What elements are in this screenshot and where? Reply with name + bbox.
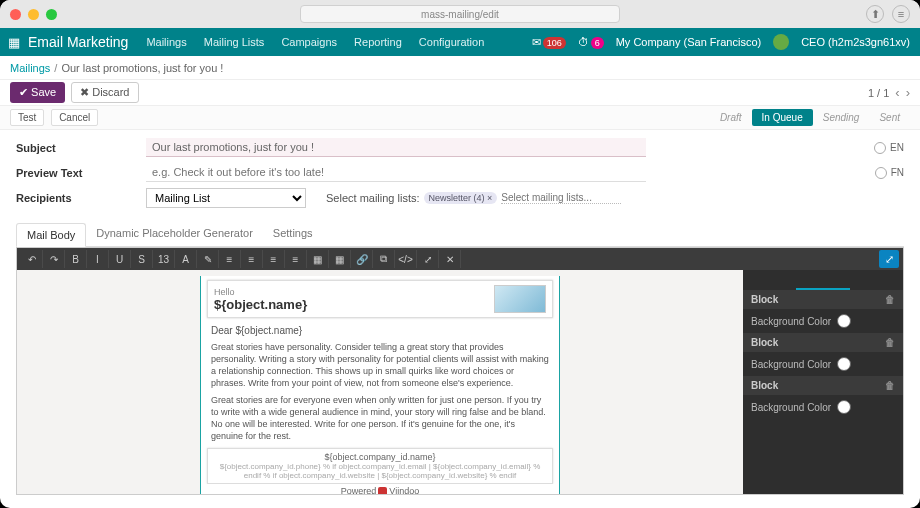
insp-tab-theme[interactable] (850, 270, 903, 290)
status-stages: Draft In Queue Sending Sent (710, 109, 910, 126)
form-sheet: Subject EN Preview Text FN Recipients Ma… (0, 130, 920, 214)
lang-fn[interactable]: FN (891, 167, 904, 178)
menu-campaigns[interactable]: Campaigns (281, 36, 337, 48)
window-zoom-dot[interactable] (46, 9, 57, 20)
tb-forecolor-icon[interactable]: A (175, 250, 197, 268)
tb-redo-icon[interactable]: ↷ (43, 250, 65, 268)
globe-icon-2[interactable] (875, 167, 887, 179)
tab-settings[interactable]: Settings (263, 222, 323, 246)
tb-bold-icon[interactable]: B (65, 250, 87, 268)
browser-upload-icon[interactable]: ⬆ (866, 5, 884, 23)
insp-bg-2-swatch[interactable] (837, 357, 851, 371)
mail-editor: ↶ ↷ B I U S 13 A ✎ ≡ ≡ ≡ ≡ ▦ ▦ 🔗 ⧉ </> ⤢… (16, 247, 904, 495)
lang-en[interactable]: EN (890, 142, 904, 153)
apps-menu-icon[interactable]: ▦ (0, 35, 28, 50)
app-header: ▦ Email Marketing Mailings Mailing Lists… (0, 28, 920, 56)
insp-tab-blocks[interactable] (743, 270, 796, 290)
mail-canvas[interactable]: Hello ${object.name} Dear ${object.name}… (200, 276, 560, 494)
menu-mailing-lists[interactable]: Mailing Lists (204, 36, 265, 48)
cancel-button[interactable]: Cancel (51, 109, 98, 126)
insp-block-2-title: Block (751, 337, 778, 348)
tb-image-icon[interactable]: ⧉ (373, 250, 395, 268)
mailing-list-tag[interactable]: Newsletter (4) × (424, 192, 498, 204)
tb-align-c-icon[interactable]: ≡ (241, 250, 263, 268)
insp-delete-2-icon[interactable]: 🗑 (885, 337, 895, 348)
insp-bg-3-swatch[interactable] (837, 400, 851, 414)
pager-prev[interactable]: ‹ (895, 85, 899, 100)
tb-code-icon[interactable]: </> (395, 250, 417, 268)
tb-strike-icon[interactable]: S (131, 250, 153, 268)
mail-footer-company: ${object.company_id.name} (212, 452, 548, 462)
app-menu: Mailings Mailing Lists Campaigns Reporti… (146, 36, 498, 48)
tb-table-icon[interactable]: ▦ (329, 250, 351, 268)
insp-block-1-title: Block (751, 294, 778, 305)
globe-icon[interactable] (874, 142, 886, 154)
editor-expand-icon[interactable]: ⤢ (879, 250, 899, 268)
messaging-icon[interactable]: ✉106 (532, 36, 566, 49)
tb-italic-icon[interactable]: I (87, 250, 109, 268)
messaging-badge: 106 (543, 37, 566, 49)
tb-undo-icon[interactable]: ↶ (21, 250, 43, 268)
pager-next[interactable]: › (906, 85, 910, 100)
tb-size-icon[interactable]: 13 (153, 250, 175, 268)
menu-configuration[interactable]: Configuration (419, 36, 484, 48)
tab-mail-body[interactable]: Mail Body (16, 223, 86, 247)
tb-under-icon[interactable]: U (109, 250, 131, 268)
user-avatar[interactable] (773, 34, 789, 50)
discard-button[interactable]: ✖ Discard (71, 82, 138, 103)
save-button-label: Save (31, 86, 56, 98)
activities-icon[interactable]: ⏱6 (578, 36, 604, 48)
tb-align-l-icon[interactable]: ≡ (219, 250, 241, 268)
tb-clear-icon[interactable]: ✕ (439, 250, 461, 268)
form-tabs: Mail Body Dynamic Placeholder Generator … (16, 222, 904, 247)
mail-paragraph-2[interactable]: Great stories are for everyone even when… (201, 392, 559, 445)
mail-paragraph-1[interactable]: Great stories have personality. Consider… (201, 339, 559, 392)
tb-align-r-icon[interactable]: ≡ (263, 250, 285, 268)
stage-draft[interactable]: Draft (710, 109, 752, 126)
breadcrumb: Mailings / Our last promotions, just for… (0, 56, 920, 80)
menu-reporting[interactable]: Reporting (354, 36, 402, 48)
save-button[interactable]: ✔ Save (10, 82, 65, 103)
browser-menu-icon[interactable]: ≡ (892, 5, 910, 23)
status-bar: Test Cancel Draft In Queue Sending Sent (0, 106, 920, 130)
mail-powered-by: PoweredViindoo (201, 484, 559, 494)
tb-link-icon[interactable]: 🔗 (351, 250, 373, 268)
tab-dyn-ph[interactable]: Dynamic Placeholder Generator (86, 222, 263, 246)
subject-label: Subject (16, 142, 146, 154)
mail-footer-block[interactable]: ${object.company_id.name} ${object.compa… (207, 448, 553, 484)
insp-delete-1-icon[interactable]: 🗑 (885, 294, 895, 305)
stage-sending[interactable]: Sending (813, 109, 870, 126)
browser-url-bar[interactable]: mass-mailing/edit (300, 5, 620, 23)
menu-mailings[interactable]: Mailings (146, 36, 186, 48)
subject-input[interactable] (146, 138, 646, 157)
window-minimize-dot[interactable] (28, 9, 39, 20)
insp-bg-1-swatch[interactable] (837, 314, 851, 328)
insp-tab-style[interactable] (796, 270, 849, 290)
mail-salutation[interactable]: Dear ${object.name} (201, 322, 559, 339)
recipients-select[interactable]: Mailing List (146, 188, 306, 208)
insp-delete-3-icon[interactable]: 🗑 (885, 380, 895, 391)
browser-titlebar: mass-mailing/edit ⬆ ≡ (0, 0, 920, 28)
preview-input[interactable] (146, 163, 646, 182)
user-menu[interactable]: CEO (h2m2s3gn61xv) (801, 36, 910, 48)
mailing-list-input[interactable] (501, 192, 621, 204)
editor-canvas-area[interactable]: Hello ${object.name} Dear ${object.name}… (17, 270, 743, 494)
pager-text: 1 / 1 (868, 87, 889, 99)
tb-list-icon[interactable]: ▦ (307, 250, 329, 268)
window-close-dot[interactable] (10, 9, 21, 20)
stage-inqueue[interactable]: In Queue (752, 109, 813, 126)
insp-block-3-title: Block (751, 380, 778, 391)
tb-highlight-icon[interactable]: ✎ (197, 250, 219, 268)
mail-header-block[interactable]: Hello ${object.name} (207, 280, 553, 318)
mail-hello: Hello (214, 287, 490, 297)
preview-label: Preview Text (16, 167, 146, 179)
mail-header-image[interactable] (494, 285, 546, 313)
breadcrumb-root[interactable]: Mailings (10, 62, 50, 74)
tb-full-icon[interactable]: ⤢ (417, 250, 439, 268)
test-button[interactable]: Test (10, 109, 44, 126)
tb-align-j-icon[interactable]: ≡ (285, 250, 307, 268)
stage-sent[interactable]: Sent (869, 109, 910, 126)
app-window: mass-mailing/edit ⬆ ≡ ▦ Email Marketing … (0, 0, 920, 508)
insp-bg-3-label: Background Color (751, 402, 831, 413)
company-switcher[interactable]: My Company (San Francisco) (616, 36, 762, 48)
